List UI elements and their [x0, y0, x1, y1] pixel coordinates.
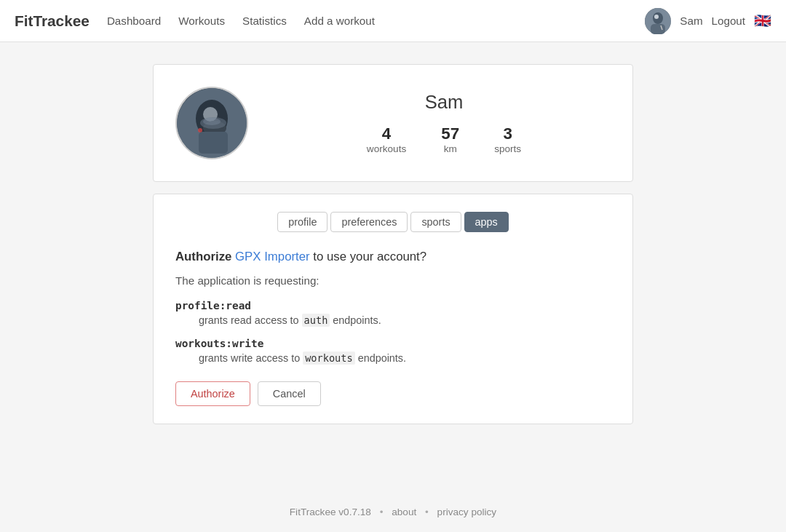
authorize-prefix: Authorize — [175, 250, 231, 263]
language-flag[interactable]: 🇬🇧 — [754, 12, 771, 29]
authorize-button[interactable]: Authorize — [175, 381, 250, 406]
footer-version: v0.7.18 — [338, 507, 371, 517]
sports-label: sports — [494, 143, 521, 154]
navbar-left: FitTrackee Dashboard Workouts Statistics… — [15, 12, 375, 30]
nav-logout[interactable]: Logout — [712, 15, 745, 27]
svg-rect-9 — [199, 132, 228, 154]
authorize-content: Authorize GPX Importer to use your accou… — [175, 250, 611, 406]
cancel-button[interactable]: Cancel — [258, 381, 321, 406]
authorize-subtitle: The application is requesting: — [175, 274, 611, 287]
footer-about-link[interactable]: about — [392, 507, 416, 517]
sports-count: 3 — [494, 124, 521, 143]
permission-name-1: profile:read — [175, 300, 611, 311]
nav-dashboard[interactable]: Dashboard — [107, 15, 161, 27]
stats-row: 4 workouts 57 km 3 sports — [277, 124, 611, 154]
main-content: Sam 4 workouts 57 km 3 sports profile pr — [138, 64, 648, 424]
brand-logo[interactable]: FitTrackee — [15, 12, 90, 30]
stat-km: 57 km — [441, 124, 459, 154]
avatar — [645, 8, 671, 34]
svg-point-11 — [203, 118, 221, 125]
permission-name-2: workouts:write — [175, 338, 611, 349]
nav-workouts[interactable]: Workouts — [178, 15, 225, 27]
workouts-count: 4 — [367, 124, 406, 143]
km-label: km — [441, 143, 459, 154]
tab-apps[interactable]: apps — [464, 212, 509, 232]
tab-profile[interactable]: profile — [277, 212, 328, 232]
footer: FitTrackee v0.7.18 • about • privacy pol… — [0, 492, 786, 532]
nav-add-workout[interactable]: Add a workout — [304, 15, 375, 27]
workouts-label: workouts — [367, 143, 406, 154]
navbar-right: Sam Logout 🇬🇧 — [645, 8, 771, 34]
authorize-suffix: to use your account? — [313, 250, 426, 263]
profile-card: Sam 4 workouts 57 km 3 sports — [153, 64, 633, 182]
km-count: 57 — [441, 124, 459, 143]
svg-rect-3 — [651, 24, 665, 34]
tabs-card: profile preferences sports apps Authoriz… — [153, 194, 633, 424]
permission-profile-read: profile:read grants read access to auth … — [175, 300, 611, 326]
nav-user[interactable]: Sam — [680, 15, 702, 27]
svg-point-12 — [198, 128, 202, 132]
tab-sports[interactable]: sports — [410, 212, 461, 232]
app-name-link[interactable]: GPX Importer — [235, 250, 310, 263]
permission-desc-2: grants write access to workouts endpoint… — [175, 352, 611, 364]
authorize-title: Authorize GPX Importer to use your accou… — [175, 250, 611, 264]
svg-point-2 — [654, 15, 659, 19]
tab-preferences[interactable]: preferences — [330, 212, 408, 232]
footer-dot-1: • — [380, 507, 384, 517]
footer-dot-2: • — [425, 507, 429, 517]
permission-workouts-write: workouts:write grants write access to wo… — [175, 338, 611, 364]
avatar-image — [177, 88, 247, 158]
profile-username: Sam — [277, 92, 611, 113]
tabs-row: profile preferences sports apps — [175, 212, 611, 232]
permission-desc-1: grants read access to auth endpoints. — [175, 314, 611, 326]
footer-privacy-link[interactable]: privacy policy — [437, 507, 497, 517]
footer-brand: FitTrackee — [290, 507, 336, 517]
profile-avatar — [175, 87, 248, 159]
navbar: FitTrackee Dashboard Workouts Statistics… — [0, 0, 786, 42]
stat-sports: 3 sports — [494, 124, 521, 154]
authorize-actions: Authorize Cancel — [175, 381, 611, 406]
stat-workouts: 4 workouts — [367, 124, 406, 154]
profile-stats: Sam 4 workouts 57 km 3 sports — [277, 92, 611, 154]
nav-statistics[interactable]: Statistics — [242, 15, 287, 27]
